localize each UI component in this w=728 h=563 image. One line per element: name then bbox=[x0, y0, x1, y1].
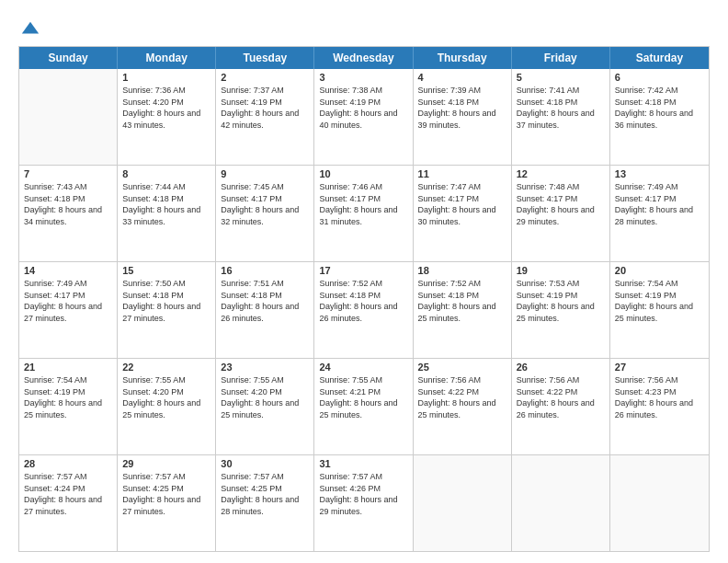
page: SundayMondayTuesdayWednesdayThursdayFrid… bbox=[0, 0, 728, 563]
calendar-cell: 30Sunrise: 7:57 AMSunset: 4:25 PMDayligh… bbox=[216, 455, 314, 551]
cell-date: 16 bbox=[221, 265, 309, 276]
calendar-cell: 19Sunrise: 7:53 AMSunset: 4:19 PMDayligh… bbox=[512, 262, 610, 358]
calendar-cell: 1Sunrise: 7:36 AMSunset: 4:20 PMDaylight… bbox=[118, 69, 216, 165]
calendar-cell bbox=[414, 455, 512, 551]
cell-info: Sunrise: 7:52 AMSunset: 4:18 PMDaylight:… bbox=[418, 278, 506, 324]
cell-info: Sunrise: 7:57 AMSunset: 4:25 PMDaylight:… bbox=[122, 471, 210, 517]
calendar-cell: 28Sunrise: 7:57 AMSunset: 4:24 PMDayligh… bbox=[19, 455, 118, 551]
calendar-header-cell: Saturday bbox=[610, 47, 709, 69]
calendar-cell: 25Sunrise: 7:56 AMSunset: 4:22 PMDayligh… bbox=[414, 359, 512, 454]
cell-info: Sunrise: 7:38 AMSunset: 4:19 PMDaylight:… bbox=[319, 85, 407, 131]
calendar-header-row: SundayMondayTuesdayWednesdayThursdayFrid… bbox=[19, 47, 709, 69]
calendar: SundayMondayTuesdayWednesdayThursdayFrid… bbox=[18, 46, 710, 552]
cell-date: 4 bbox=[418, 72, 506, 83]
cell-info: Sunrise: 7:46 AMSunset: 4:17 PMDaylight:… bbox=[319, 181, 407, 227]
calendar-cell: 31Sunrise: 7:57 AMSunset: 4:26 PMDayligh… bbox=[314, 455, 413, 551]
cell-date: 31 bbox=[319, 458, 407, 469]
calendar-cell: 9Sunrise: 7:45 AMSunset: 4:17 PMDaylight… bbox=[216, 166, 314, 261]
calendar-week: 7Sunrise: 7:43 AMSunset: 4:18 PMDaylight… bbox=[19, 166, 709, 262]
cell-date: 13 bbox=[615, 168, 704, 179]
cell-info: Sunrise: 7:45 AMSunset: 4:17 PMDaylight:… bbox=[221, 181, 309, 227]
calendar-cell: 13Sunrise: 7:49 AMSunset: 4:17 PMDayligh… bbox=[610, 166, 709, 261]
cell-info: Sunrise: 7:54 AMSunset: 4:19 PMDaylight:… bbox=[24, 374, 112, 420]
cell-date: 1 bbox=[122, 72, 210, 83]
calendar-cell: 2Sunrise: 7:37 AMSunset: 4:19 PMDaylight… bbox=[216, 69, 314, 165]
cell-info: Sunrise: 7:53 AMSunset: 4:19 PMDaylight:… bbox=[517, 278, 605, 324]
calendar-week: 1Sunrise: 7:36 AMSunset: 4:20 PMDaylight… bbox=[19, 69, 709, 166]
cell-date: 28 bbox=[24, 458, 112, 469]
calendar-cell: 26Sunrise: 7:56 AMSunset: 4:22 PMDayligh… bbox=[512, 359, 610, 454]
calendar-header-cell: Sunday bbox=[19, 47, 118, 69]
cell-date: 5 bbox=[517, 72, 605, 83]
cell-info: Sunrise: 7:55 AMSunset: 4:21 PMDaylight:… bbox=[319, 374, 407, 420]
cell-info: Sunrise: 7:36 AMSunset: 4:20 PMDaylight:… bbox=[122, 85, 210, 131]
calendar-week: 28Sunrise: 7:57 AMSunset: 4:24 PMDayligh… bbox=[19, 455, 709, 551]
cell-date: 6 bbox=[615, 72, 704, 83]
calendar-cell bbox=[19, 69, 118, 165]
cell-date: 2 bbox=[221, 72, 309, 83]
cell-date: 26 bbox=[517, 362, 605, 373]
cell-info: Sunrise: 7:41 AMSunset: 4:18 PMDaylight:… bbox=[517, 85, 605, 131]
cell-date: 11 bbox=[418, 168, 506, 179]
calendar-cell: 7Sunrise: 7:43 AMSunset: 4:18 PMDaylight… bbox=[19, 166, 118, 261]
calendar-cell: 21Sunrise: 7:54 AMSunset: 4:19 PMDayligh… bbox=[19, 359, 118, 454]
calendar-cell: 11Sunrise: 7:47 AMSunset: 4:17 PMDayligh… bbox=[414, 166, 512, 261]
cell-info: Sunrise: 7:52 AMSunset: 4:18 PMDaylight:… bbox=[319, 278, 407, 324]
cell-info: Sunrise: 7:37 AMSunset: 4:19 PMDaylight:… bbox=[221, 85, 309, 131]
calendar-cell: 16Sunrise: 7:51 AMSunset: 4:18 PMDayligh… bbox=[216, 262, 314, 358]
cell-date: 12 bbox=[517, 168, 605, 179]
calendar-cell: 10Sunrise: 7:46 AMSunset: 4:17 PMDayligh… bbox=[314, 166, 413, 261]
cell-info: Sunrise: 7:47 AMSunset: 4:17 PMDaylight:… bbox=[418, 181, 506, 227]
cell-date: 20 bbox=[615, 265, 704, 276]
calendar-cell: 24Sunrise: 7:55 AMSunset: 4:21 PMDayligh… bbox=[314, 359, 413, 454]
cell-info: Sunrise: 7:56 AMSunset: 4:22 PMDaylight:… bbox=[517, 374, 605, 420]
calendar-cell: 6Sunrise: 7:42 AMSunset: 4:18 PMDaylight… bbox=[610, 69, 709, 165]
cell-date: 10 bbox=[319, 168, 407, 179]
calendar-cell: 27Sunrise: 7:56 AMSunset: 4:23 PMDayligh… bbox=[610, 359, 709, 454]
calendar-cell: 8Sunrise: 7:44 AMSunset: 4:18 PMDaylight… bbox=[118, 166, 216, 261]
calendar-cell: 23Sunrise: 7:55 AMSunset: 4:20 PMDayligh… bbox=[216, 359, 314, 454]
cell-info: Sunrise: 7:50 AMSunset: 4:18 PMDaylight:… bbox=[122, 278, 210, 324]
cell-info: Sunrise: 7:39 AMSunset: 4:18 PMDaylight:… bbox=[418, 85, 506, 131]
calendar-header-cell: Wednesday bbox=[314, 47, 413, 69]
cell-date: 23 bbox=[221, 362, 309, 373]
calendar-body: 1Sunrise: 7:36 AMSunset: 4:20 PMDaylight… bbox=[19, 69, 709, 551]
cell-info: Sunrise: 7:44 AMSunset: 4:18 PMDaylight:… bbox=[122, 181, 210, 227]
cell-date: 30 bbox=[221, 458, 309, 469]
calendar-header-cell: Tuesday bbox=[216, 47, 314, 69]
calendar-cell: 29Sunrise: 7:57 AMSunset: 4:25 PMDayligh… bbox=[118, 455, 216, 551]
logo bbox=[18, 18, 40, 39]
cell-date: 18 bbox=[418, 265, 506, 276]
calendar-cell bbox=[512, 455, 610, 551]
cell-info: Sunrise: 7:57 AMSunset: 4:24 PMDaylight:… bbox=[24, 471, 112, 517]
svg-marker-0 bbox=[22, 22, 39, 34]
cell-date: 25 bbox=[418, 362, 506, 373]
cell-date: 21 bbox=[24, 362, 112, 373]
cell-date: 8 bbox=[122, 168, 210, 179]
cell-info: Sunrise: 7:49 AMSunset: 4:17 PMDaylight:… bbox=[615, 181, 704, 227]
cell-info: Sunrise: 7:48 AMSunset: 4:17 PMDaylight:… bbox=[517, 181, 605, 227]
calendar-cell: 17Sunrise: 7:52 AMSunset: 4:18 PMDayligh… bbox=[314, 262, 413, 358]
cell-date: 24 bbox=[319, 362, 407, 373]
calendar-header-cell: Thursday bbox=[414, 47, 512, 69]
cell-date: 17 bbox=[319, 265, 407, 276]
cell-date: 3 bbox=[319, 72, 407, 83]
cell-date: 9 bbox=[221, 168, 309, 179]
calendar-cell: 22Sunrise: 7:55 AMSunset: 4:20 PMDayligh… bbox=[118, 359, 216, 454]
calendar-cell: 20Sunrise: 7:54 AMSunset: 4:19 PMDayligh… bbox=[610, 262, 709, 358]
cell-info: Sunrise: 7:43 AMSunset: 4:18 PMDaylight:… bbox=[24, 181, 112, 227]
calendar-header-cell: Friday bbox=[512, 47, 610, 69]
cell-info: Sunrise: 7:56 AMSunset: 4:23 PMDaylight:… bbox=[615, 374, 704, 420]
cell-info: Sunrise: 7:55 AMSunset: 4:20 PMDaylight:… bbox=[221, 374, 309, 420]
calendar-cell: 4Sunrise: 7:39 AMSunset: 4:18 PMDaylight… bbox=[414, 69, 512, 165]
cell-info: Sunrise: 7:55 AMSunset: 4:20 PMDaylight:… bbox=[122, 374, 210, 420]
cell-date: 29 bbox=[122, 458, 210, 469]
calendar-cell bbox=[610, 455, 709, 551]
cell-info: Sunrise: 7:49 AMSunset: 4:17 PMDaylight:… bbox=[24, 278, 112, 324]
calendar-cell: 12Sunrise: 7:48 AMSunset: 4:17 PMDayligh… bbox=[512, 166, 610, 261]
cell-date: 15 bbox=[122, 265, 210, 276]
cell-info: Sunrise: 7:42 AMSunset: 4:18 PMDaylight:… bbox=[615, 85, 704, 131]
calendar-header-cell: Monday bbox=[118, 47, 216, 69]
cell-info: Sunrise: 7:57 AMSunset: 4:25 PMDaylight:… bbox=[221, 471, 309, 517]
cell-info: Sunrise: 7:54 AMSunset: 4:19 PMDaylight:… bbox=[615, 278, 704, 324]
